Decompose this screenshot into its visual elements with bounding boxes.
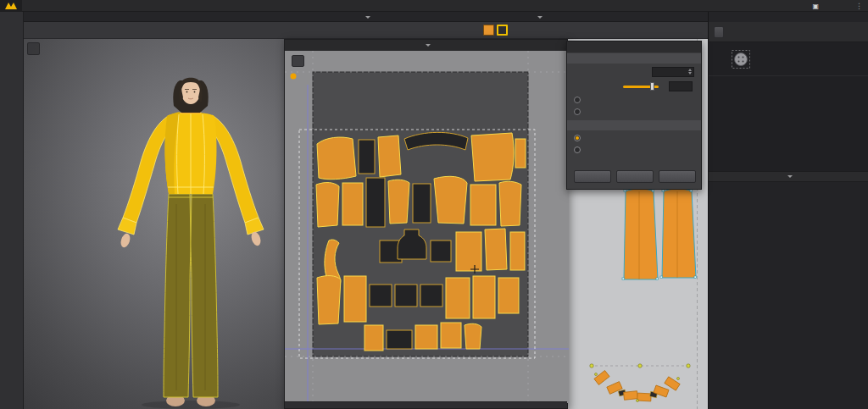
uv-scrollbar[interactable] bbox=[285, 401, 567, 408]
more-menu-icon[interactable]: ⋮ bbox=[855, 0, 863, 12]
button-thumbnail-icon bbox=[732, 50, 750, 69]
close-button[interactable] bbox=[659, 170, 696, 183]
avatar bbox=[100, 69, 270, 409]
3d-window-selector[interactable] bbox=[362, 12, 370, 22]
button-panel-toolbar bbox=[709, 22, 868, 42]
rotation-row bbox=[567, 95, 701, 107]
uv-packing-dialog bbox=[566, 41, 702, 190]
uv-editor-tab[interactable] bbox=[285, 40, 567, 51]
option-section-header bbox=[567, 53, 701, 64]
fix-scale-ratio-checkbox[interactable] bbox=[574, 108, 581, 115]
selected-tile-radio[interactable] bbox=[574, 146, 581, 153]
toolbar-2d-tools-b bbox=[512, 24, 525, 36]
main-toolbar bbox=[24, 22, 708, 39]
chevron-down-icon bbox=[365, 16, 370, 19]
padding-row bbox=[567, 66, 701, 78]
everywear-brand[interactable]: ▣ bbox=[812, 0, 822, 12]
zero-to-one-radio[interactable] bbox=[574, 135, 581, 141]
rotation-checkbox[interactable] bbox=[574, 97, 581, 103]
apply-button[interactable] bbox=[616, 170, 654, 183]
pants bbox=[164, 194, 218, 397]
button-panel bbox=[708, 12, 868, 409]
packing-ratio-row bbox=[567, 80, 701, 92]
everywear-icon: ▣ bbox=[812, 3, 819, 10]
property-editor-header[interactable] bbox=[709, 171, 868, 182]
slider-handle-icon[interactable] bbox=[650, 82, 654, 91]
uv-area-section-header bbox=[567, 120, 701, 130]
uv-editor-window bbox=[284, 39, 568, 409]
chevron-down-icon bbox=[537, 16, 542, 19]
menu-bar: ▣ ⋮ bbox=[0, 0, 868, 12]
app-window: ▣ ⋮ bbox=[0, 0, 868, 409]
packing-ratio-input[interactable] bbox=[669, 81, 693, 91]
app-logo-icon[interactable] bbox=[0, 0, 22, 12]
toolbar-2d-tools-a bbox=[393, 24, 406, 36]
uv-canvas[interactable] bbox=[285, 51, 569, 403]
left-rail bbox=[0, 12, 24, 409]
line-color-swatch[interactable] bbox=[497, 25, 508, 36]
chevron-down-icon bbox=[426, 44, 431, 47]
2d-pattern-window-selector[interactable] bbox=[534, 12, 542, 22]
uv-area-default-row bbox=[567, 133, 701, 145]
uv-editor-toolbar bbox=[292, 55, 304, 67]
padding-input[interactable] bbox=[652, 67, 694, 77]
button-list bbox=[709, 42, 868, 171]
pants-pattern-panels bbox=[622, 189, 697, 280]
uv-packing-title[interactable] bbox=[567, 41, 701, 53]
spinner-icon[interactable] bbox=[688, 69, 692, 75]
avatar-display-toolbar bbox=[27, 42, 40, 55]
reset-button[interactable] bbox=[574, 170, 611, 183]
property-editor-body bbox=[709, 182, 868, 409]
origin-marker bbox=[291, 74, 297, 80]
toolbar-3d-tools bbox=[27, 24, 40, 36]
fix-scale-row bbox=[567, 107, 701, 119]
waistband-arc-pieces bbox=[590, 364, 690, 402]
chevron-down-icon bbox=[787, 175, 793, 178]
uv-area-selected-tile-row bbox=[567, 145, 701, 157]
fill-color-swatch[interactable] bbox=[483, 25, 494, 36]
